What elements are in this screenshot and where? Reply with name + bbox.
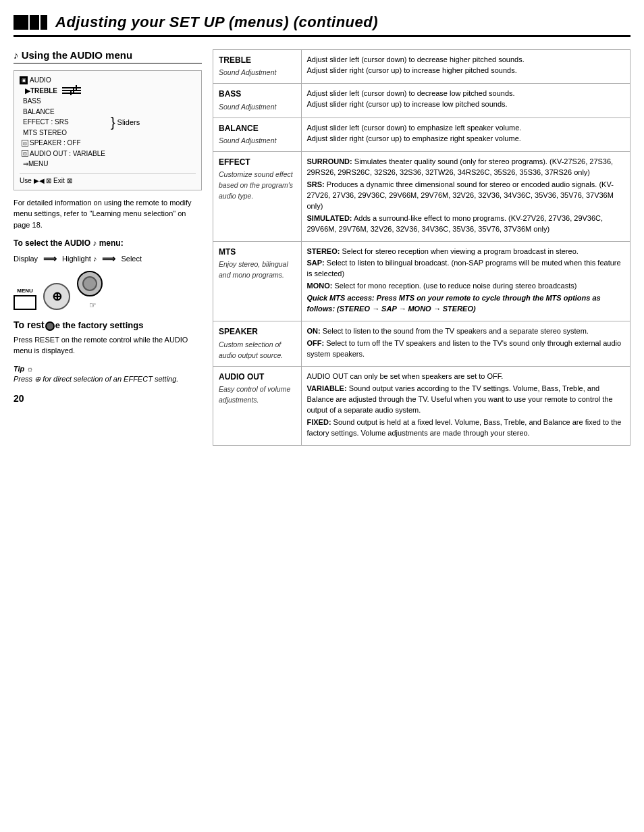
page-title: Adjusting your SET UP (menus) (continued… (55, 14, 378, 31)
setting-desc-line: Adjust slider right (cursor up) to incre… (307, 66, 625, 76)
setting-name-cell: AUDIO OUTEasy control of volume adjustme… (213, 366, 301, 444)
setting-desc-part: OFF: Select to turn off the TV speakers … (307, 338, 625, 360)
description-text: For detailed information on using the re… (14, 197, 202, 231)
arrow-icon-2: ⟹ (102, 253, 115, 264)
setting-desc-line: Adjust slider right (cursor up) to incre… (307, 99, 625, 110)
setting-desc-line: Adjust slider left (cursor down) to decr… (307, 88, 625, 99)
setting-desc-cell: Adjust slider left (cursor down) to decr… (301, 50, 630, 84)
restore-icon: To rest (14, 319, 45, 330)
page-header: Adjusting your SET UP (menus) (continued… (14, 14, 630, 37)
setting-subtitle: Easy control of volume adjustments. (219, 385, 290, 404)
setting-desc-bold: SURROUND: (307, 157, 352, 165)
setting-desc-part: SRS: Produces a dynamic three dimensiona… (307, 180, 625, 212)
setting-name-cell: TREBLESound Adjustment (213, 50, 301, 84)
setting-desc-line: Adjust slider left (cursor down) to decr… (307, 55, 625, 66)
setting-name-cell: MTSEnjoy stereo, bilingual and mono prog… (213, 241, 301, 321)
setting-name: BASS (219, 88, 296, 100)
setting-name: AUDIO OUT (219, 371, 296, 383)
music-note-icon: ♪ (14, 49, 22, 61)
table-row: EFFECTCustomize sound effect based on th… (213, 151, 630, 241)
tip-section: Tip ☼ Press ⊕ for direct selection of an… (14, 365, 202, 384)
table-row: BALANCESound AdjustmentAdjust slider lef… (213, 118, 630, 151)
setting-desc-part: AUDIO OUT can only be set when speakers … (307, 371, 625, 382)
setting-desc-part: ON: Select to listen to the sound from t… (307, 326, 625, 337)
table-row: MTSEnjoy stereo, bilingual and mono prog… (213, 241, 630, 321)
table-row: AUDIO OUTEasy control of volume adjustme… (213, 366, 630, 444)
setting-desc-part: MONO: Select for mono reception. (use to… (307, 281, 625, 292)
setting-desc-part: SURROUND: Simulates theater quality soun… (307, 157, 625, 178)
setting-name: TREBLE (219, 55, 296, 66)
setting-desc-bold: STEREO: (307, 247, 340, 255)
setting-subtitle: Enjoy stereo, bilingual and mono program… (219, 260, 288, 279)
setting-desc-cell: AUDIO OUT can only be set when speakers … (301, 366, 630, 444)
setting-desc-bold: MONO: (307, 282, 333, 290)
setting-name: SPEAKER (219, 326, 296, 338)
setting-desc-part: Quick MTS access: Press MTS on your remo… (307, 293, 625, 315)
tip-text: Press ⊕ for direct selection of an EFFEC… (14, 375, 202, 384)
setting-name: MTS (219, 246, 296, 258)
setting-name-cell: BALANCESound Adjustment (213, 118, 301, 151)
control-diagram: MENU ⊕ ☞ (14, 271, 202, 310)
left-panel: ♪ Using the AUDIO menu ▣ AUDIO ▶TREBLE (14, 49, 213, 446)
setting-subtitle: Sound Adjustment (219, 103, 276, 111)
setting-desc-cell: STEREO: Select for stereo reception when… (301, 241, 630, 321)
setting-desc-bold: SRS: (307, 180, 325, 188)
menu-use-row: Use ▶◀ ⊠ Exit ⊠ (20, 173, 196, 186)
restore-title: To reste the factory settings (14, 319, 202, 331)
setting-desc-part: SAP: Select to listen to bilingual broad… (307, 258, 625, 280)
setting-desc-line: Adjust slider left (cursor down) to emph… (307, 123, 625, 134)
setting-subtitle: Custom selection of audio output source. (219, 340, 283, 359)
setting-name-cell: EFFECTCustomize sound effect based on th… (213, 151, 301, 241)
setting-subtitle: Customize sound effect based on the prog… (219, 170, 293, 200)
table-row: SPEAKERCustom selection of audio output … (213, 321, 630, 367)
setting-name-cell: SPEAKERCustom selection of audio output … (213, 321, 301, 367)
setting-desc-cell: Adjust slider left (cursor down) to emph… (301, 118, 630, 151)
menu-button[interactable] (14, 295, 36, 310)
setting-desc-part: VARIABLE: Sound output varies according … (307, 384, 625, 416)
setting-name: EFFECT (219, 157, 296, 168)
settings-table: TREBLESound AdjustmentAdjust slider left… (213, 50, 630, 445)
setting-subtitle: Sound Adjustment (219, 68, 276, 76)
setting-name-cell: BASSSound Adjustment (213, 84, 301, 118)
menu-items-list: ▣ AUDIO ▶TREBLE (20, 75, 105, 170)
menu-diagram: ▣ AUDIO ▶TREBLE (14, 70, 202, 190)
restore-text: Press RESET on the remote control while … (14, 334, 202, 357)
setting-desc-bold: SIMULATED: (307, 214, 352, 222)
setting-desc-cell: Adjust slider left (cursor down) to decr… (301, 84, 630, 118)
setting-desc-cell: SURROUND: Simulates theater quality soun… (301, 151, 630, 241)
select-button[interactable] (77, 271, 103, 296)
page-number: 20 (14, 393, 202, 404)
setting-desc-bold: FIXED: (307, 418, 331, 426)
setting-desc-bold: OFF: (307, 339, 325, 347)
setting-desc-part: SIMULATED: Adds a surround-like effect t… (307, 213, 625, 235)
header-icon (14, 15, 49, 30)
table-row: TREBLESound AdjustmentAdjust slider left… (213, 50, 630, 84)
table-row: BASSSound AdjustmentAdjust slider left (… (213, 84, 630, 118)
setting-desc-bold: VARIABLE: (307, 384, 347, 392)
setting-desc-bold: ON: (307, 327, 321, 335)
hand-icon: ☞ (89, 301, 97, 310)
dpad-button[interactable]: ⊕ (43, 283, 70, 310)
audio-section-title: ♪ Using the AUDIO menu (14, 49, 202, 63)
setting-subtitle: Sound Adjustment (219, 136, 276, 145)
content-area: ♪ Using the AUDIO menu ▣ AUDIO ▶TREBLE (14, 49, 630, 446)
setting-desc-line: Adjust slider right (cursor up) to empha… (307, 134, 625, 145)
setting-desc-bold: Quick MTS access: (307, 294, 375, 302)
setting-desc-part: STEREO: Select for stereo reception when… (307, 246, 625, 257)
setting-desc-part: FIXED: Sound output is held at a fixed l… (307, 417, 625, 439)
nav-diagram: Display ⟹ Highlight ♪ ⟹ Select (14, 253, 202, 264)
select-audio-title: To select the AUDIO ♪ menu: (14, 238, 202, 248)
setting-desc-bold: SAP: (307, 259, 325, 267)
tip-label: Tip ☼ (14, 365, 202, 373)
setting-name: BALANCE (219, 123, 296, 134)
restore-section: To reste the factory settings Press RESE… (14, 319, 202, 357)
setting-desc-cell: ON: Select to listen to the sound from t… (301, 321, 630, 367)
arrow-icon: ⟹ (43, 253, 57, 264)
right-panel: TREBLESound AdjustmentAdjust slider left… (213, 49, 630, 446)
